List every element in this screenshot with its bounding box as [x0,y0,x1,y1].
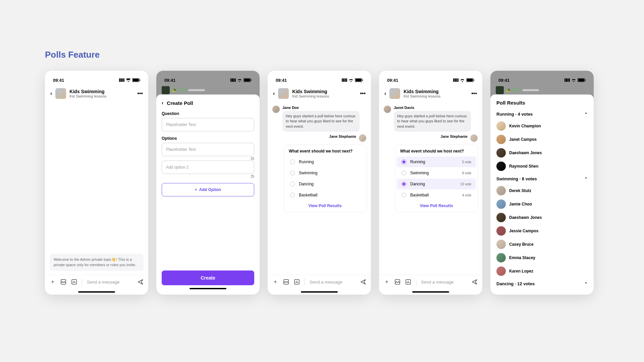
status-time: 09:41 [53,78,64,83]
view-results-link[interactable]: View Poll Results [395,201,477,208]
poll-author-name: Jane Stephanie [440,134,468,138]
poll-icon[interactable] [71,279,77,285]
option-label: Running [299,160,360,164]
screen-poll-results: 09:41 🐢 Title Poll Results Running · 4 v… [490,71,594,295]
poll-author-avatar[interactable] [470,134,478,142]
image-icon[interactable] [283,279,289,285]
back-icon[interactable]: ‹ [384,90,386,97]
more-icon[interactable]: ••• [471,90,477,97]
sender-avatar[interactable] [384,106,391,113]
send-icon[interactable] [472,279,478,285]
char-count-2: 25 [162,175,254,178]
status-bar: 09:41 [45,76,148,84]
chevron-up-icon[interactable]: ⌃ [584,112,588,117]
poll-option[interactable]: Swimming [285,168,365,178]
channel-subtitle: Kid Swimming lessons [404,94,468,98]
plus-icon[interactable]: + [384,279,390,285]
channel-avatar[interactable] [278,88,289,99]
more-icon[interactable]: ••• [360,90,366,97]
radio-icon [290,182,295,186]
back-icon[interactable]: ‹ [50,90,52,97]
poll-option[interactable]: Running [285,157,365,167]
signal-icon [453,78,459,82]
screen-poll-votes: 09:41 ‹ Kids Swimming Kid Swimming lesso… [379,71,482,295]
poll-option[interactable]: Running5 vote [397,157,476,167]
channel-title: Kids Swimming [404,89,468,94]
plus-icon[interactable]: + [272,279,278,285]
voter-row[interactable]: Derek Stutz [496,184,588,197]
send-icon[interactable] [360,279,366,285]
voter-row[interactable]: Casey Bruce [496,238,588,251]
poll-option[interactable]: Swimming8 vote [397,168,476,178]
voter-row[interactable]: Jamie Choo [496,197,588,211]
message-input[interactable]: Send a message [421,280,467,285]
svg-rect-2 [140,79,140,81]
back-icon[interactable]: ‹ [273,90,275,97]
poll-option[interactable]: Basketball [285,190,365,200]
voter-row[interactable]: Daeshawn Jones [496,211,588,224]
battery-icon [244,78,252,82]
vote-count: 4 vote [462,193,471,197]
voter-row[interactable]: Janet Campos [496,133,588,146]
page-title: Polls Feature [45,50,100,60]
option-label: Basketball [299,193,360,197]
channel-avatar[interactable] [55,88,66,99]
voter-row[interactable]: Raymond Shen [496,160,588,173]
voter-row[interactable]: Emma Stacey [496,251,588,264]
voter-name: Jessie Campos [509,229,538,233]
option-input-1[interactable]: Placeholder Text [162,143,254,156]
svg-rect-1 [133,79,139,82]
voter-name: Janet Campos [509,137,537,142]
poll-icon[interactable] [294,279,300,285]
wifi-icon [237,78,242,82]
poll-option[interactable]: Basketball4 vote [397,190,476,200]
vote-count: 13 vote [460,182,471,186]
voter-row[interactable]: Jessie Campos [496,224,588,238]
poll-icon[interactable] [405,279,411,285]
add-option-button[interactable]: + Add Option [162,183,254,196]
battery-icon [578,78,586,82]
svg-rect-15 [474,79,474,81]
send-icon[interactable] [138,279,144,285]
status-time: 09:41 [387,78,398,83]
status-time: 09:41 [164,78,175,83]
image-icon[interactable] [394,279,400,285]
wifi-icon [126,78,131,82]
wifi-icon [460,78,465,82]
add-option-label: Add Option [199,187,221,192]
sender-avatar[interactable] [272,106,280,113]
channel-avatar[interactable] [389,88,400,99]
poll-author-avatar[interactable] [359,134,366,142]
sender-name: Janet Davis [394,106,471,110]
voter-avatar [496,121,506,131]
dim-avatar [496,86,504,94]
status-bar: 09:41 [490,76,594,84]
poll-option[interactable]: Dancing13 vote [397,179,476,189]
voter-name: Karen Lopez [509,269,533,274]
more-icon[interactable]: ••• [137,90,143,97]
dim-avatar [162,86,170,94]
create-button[interactable]: Create [162,270,254,285]
image-icon[interactable] [60,279,66,285]
nav-header: ‹ Kids Swimming Kid Swimming lessons ••• [379,84,482,103]
radio-icon [290,193,295,197]
plus-icon[interactable]: + [50,279,56,285]
intro-message: Hey guys started a poll below here curio… [394,111,471,132]
option-label: Dancing [410,182,456,186]
chevron-up-icon[interactable]: ⌃ [584,177,588,181]
poll-option[interactable]: Dancing [285,179,365,189]
title-placeholder [188,89,205,91]
message-input[interactable]: Send a message [87,280,133,285]
question-input[interactable]: Placeholder Text [162,118,254,131]
voter-row[interactable]: Kevin Champion [496,119,588,133]
view-results-link[interactable]: View Poll Results [284,201,366,208]
chevron-up-icon[interactable]: ⌃ [584,282,588,286]
voter-row[interactable]: Daeshawn Jones [496,146,588,160]
voter-row[interactable]: Karen Lopez [496,264,588,278]
options-label: Options [162,136,254,141]
option-input-2[interactable]: Add option 2 [162,161,254,174]
message-input[interactable]: Send a message [310,280,356,285]
status-time: 09:41 [498,78,509,83]
back-icon[interactable]: ‹ [162,100,163,106]
voter-name: Raymond Shen [509,164,538,169]
